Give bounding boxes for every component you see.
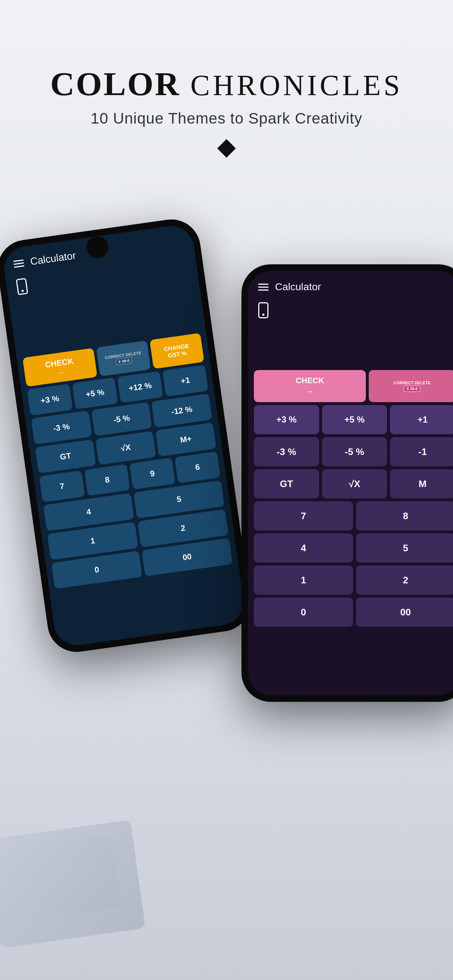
calc-buttons-left: CHECK → CORRECT DELETE X 00-0 CHANGE GST… — [16, 328, 239, 594]
r-btn-8[interactable]: 8 — [356, 501, 453, 530]
r-btn-2[interactable]: 2 — [356, 565, 453, 595]
r-btn-row-3: -3 % -5 % -1 — [254, 437, 453, 466]
counter-box: X 00-0 — [115, 357, 132, 365]
r-btn-5[interactable]: 5 — [356, 533, 453, 563]
r-btn-row-6: 4 5 — [254, 533, 453, 563]
r-minus3-button[interactable]: -3 % — [254, 437, 319, 466]
btn-9[interactable]: 9 — [129, 458, 175, 490]
main-title: COLOR CHRONICLES — [0, 65, 453, 102]
change-gst-button[interactable]: CHANGE GST % — [150, 333, 204, 369]
title-color: COLOR — [50, 65, 180, 102]
r-btn-row-2: +3 % +5 % +1 — [254, 405, 453, 434]
r-plus3-button[interactable]: +3 % — [254, 405, 319, 434]
correct-delete-button[interactable]: CORRECT DELETE X 00-0 — [96, 340, 151, 377]
minus12-button[interactable]: -12 % — [152, 394, 212, 428]
device-icon-right — [258, 302, 268, 318]
plus3-button[interactable]: +3 % — [27, 384, 73, 416]
app-title-right: Calculator — [275, 281, 321, 293]
phone-left: Calculator CHECK → CORRECT DELETE — [0, 216, 254, 656]
phone-left-screen: Calculator CHECK → CORRECT DELETE — [2, 223, 247, 648]
r-minus-extra[interactable]: -1 — [390, 437, 453, 466]
btn-8[interactable]: 8 — [84, 464, 130, 496]
phone-right: Calculator CHECK → CORRECT DELETE — [241, 264, 453, 702]
shadow-panel-front — [0, 820, 145, 949]
r-correct-delete-button[interactable]: CORRECT DELETE X 00-0 — [369, 370, 453, 402]
title-chronicles: CHRONICLES — [190, 69, 403, 101]
r-btn-0[interactable]: 0 — [254, 598, 353, 627]
btn-6[interactable]: 6 — [175, 451, 221, 484]
r-btn-7[interactable]: 7 — [254, 501, 353, 530]
btn-7[interactable]: 7 — [39, 470, 85, 503]
r-plus-extra[interactable]: +1 — [390, 405, 453, 434]
minus5-button[interactable]: -5 % — [91, 402, 152, 436]
phones-container: Calculator CHECK → CORRECT DELETE — [0, 191, 453, 939]
sqrt-button[interactable]: √X — [95, 431, 156, 465]
diamond-icon — [217, 139, 236, 158]
top-bar-right: Calculator — [248, 271, 453, 299]
r-btn-row-1: CHECK → CORRECT DELETE X 00-0 — [254, 370, 453, 402]
r-check-button[interactable]: CHECK → — [254, 370, 366, 402]
display-area-right — [248, 322, 453, 366]
phone-right-screen: Calculator CHECK → CORRECT DELETE — [248, 271, 453, 695]
r-plus5-button[interactable]: +5 % — [322, 405, 388, 434]
plus-extra-button[interactable]: +1 — [162, 365, 208, 397]
r-btn-row-5: 7 8 — [254, 501, 453, 530]
r-btn-row-4: GT √X M — [254, 469, 453, 498]
r-btn-row-7: 1 2 — [254, 565, 453, 595]
r-btn-row-8: 0 00 — [254, 598, 453, 627]
r-minus5-button[interactable]: -5 % — [322, 437, 388, 466]
mplus-button[interactable]: M+ — [155, 423, 216, 457]
device-icon — [16, 278, 28, 295]
plus5-button[interactable]: +5 % — [72, 377, 118, 409]
r-btn-4[interactable]: 4 — [254, 533, 353, 563]
r-m-button[interactable]: M — [390, 469, 453, 498]
header-subtitle: 10 Unique Themes to Spark Creativity — [0, 110, 453, 127]
menu-icon[interactable] — [13, 259, 24, 267]
r-gt-button[interactable]: GT — [254, 469, 319, 498]
r-btn-1[interactable]: 1 — [254, 565, 353, 595]
plus12-button[interactable]: +12 % — [117, 371, 163, 403]
r-counter-box: X 00-0 — [404, 386, 420, 392]
r-btn-00[interactable]: 00 — [356, 598, 453, 627]
r-sqrt-button[interactable]: √X — [322, 469, 388, 498]
calc-buttons-right: CHECK → CORRECT DELETE X 00-0 +3 % +5 % — [248, 366, 453, 631]
menu-icon-right[interactable] — [258, 284, 268, 291]
app-title-left: Calculator — [30, 250, 77, 267]
phone-icon-area-right — [248, 299, 453, 322]
minus3-button[interactable]: -3 % — [31, 410, 92, 444]
header-section: COLOR CHRONICLES 10 Unique Themes to Spa… — [0, 0, 453, 177]
gt-button[interactable]: GT — [35, 439, 96, 473]
